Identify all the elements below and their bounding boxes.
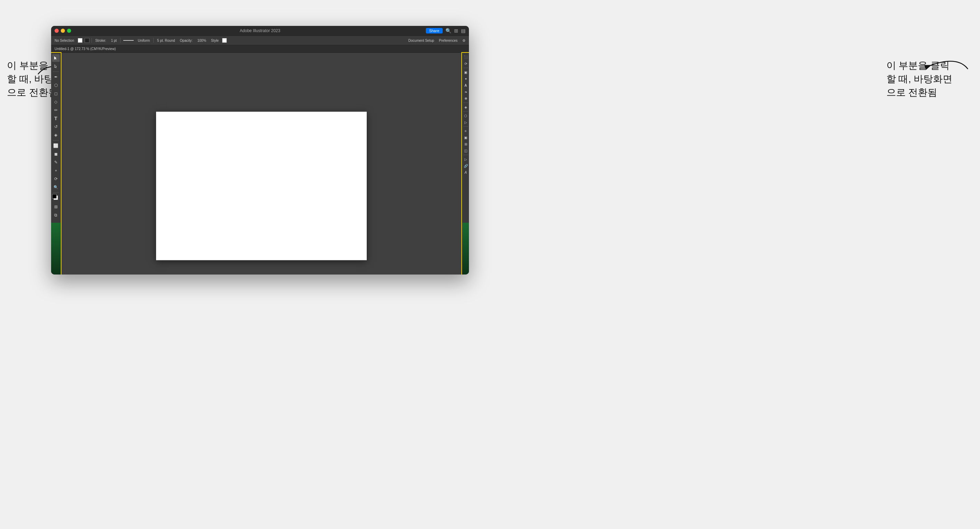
text-btn[interactable]: T [52,114,60,122]
shape-builder-btn[interactable]: ⬡ [52,81,60,89]
share-button[interactable]: Share [426,28,443,33]
search-icon-btn[interactable]: 🔍 [445,28,451,33]
direct-selection-btn[interactable] [52,62,60,70]
gradient-panel-btn[interactable]: ◈ [463,104,469,110]
toolbar: No Selection Stroke: 1 pt Uniform 5 pt. … [51,36,469,45]
annotation-right-arrow [916,48,971,76]
brushes-btn[interactable]: A [463,170,469,175]
sep3 [153,38,154,43]
mesh-btn[interactable]: ⬜ [52,142,60,149]
brush-btn[interactable]: ✎ [52,159,60,166]
selection-tool-btn[interactable] [52,54,60,62]
stroke-preview [123,40,134,41]
canvas-area[interactable] [61,53,462,275]
align-btn[interactable]: ≡ [463,128,469,133]
app-window: Adobe Illustrator 2023 Share 🔍 ⊞ ▤ No Se… [51,26,469,275]
actions-btn[interactable]: ▷ [463,156,469,162]
symbol-btn[interactable]: ⟳ [52,175,60,183]
libraries-btn[interactable]: ⟳ [463,61,469,66]
pencil-btn[interactable]: ✏ [52,106,60,114]
zoom-btn[interactable]: 🔍 [52,183,60,191]
preferences-btn[interactable]: Preferences [438,38,459,43]
style-label: Style [210,38,220,43]
opacity-label: Opacity: [178,38,194,43]
main-layout: ✒ ⬡ ◻ ◇ ✏ T ↺ ◈ ⬜ ◼ ✎ ⚬ ⟳ 🔍 ⊞ ⧉ • • • [51,53,469,275]
minimize-button[interactable] [61,29,65,33]
document-setup-btn[interactable]: Document Setup [407,38,436,43]
appearance-btn[interactable]: ▷ [463,119,469,125]
document-tab[interactable]: Untitled-1 @ 172.73 % (CMYK/Preview) [54,47,116,51]
properties-btn[interactable]: ⬛ [463,54,469,60]
stroke-swatch[interactable] [84,38,89,43]
doc-tab-bar: Untitled-1 @ 172.73 % (CMYK/Preview) [51,45,469,53]
warp-btn[interactable]: ⚬ [52,167,60,175]
opacity-value[interactable]: 100% [196,38,208,43]
right-toolbar: ⬛ ⟳ ▣ ✦ A ❧ ❋ ◈ ⬡ ▷ ≡ ▣ ⊞ ◫ ▷ 🔗 A [462,53,469,275]
rotate-btn[interactable]: ↺ [52,123,60,130]
pathfinder-btn[interactable]: ⊞ [463,141,469,147]
right-sep-1 [463,68,468,68]
title-bar: Adobe Illustrator 2023 Share 🔍 ⊞ ▤ [51,26,469,36]
slice-btn[interactable]: ⧉ [52,211,60,219]
style-swatch[interactable] [222,38,227,43]
no-selection-label: No Selection [53,38,76,43]
fill-swatch[interactable] [78,38,83,43]
stroke-cap-dropdown[interactable]: 5 pt. Round [156,38,177,43]
tool-sep-3 [53,192,59,193]
right-sep-3 [463,111,468,111]
layers-btn[interactable]: ◫ [463,148,469,153]
traffic-lights [54,29,71,33]
blend-btn[interactable]: ◼ [52,150,60,158]
gradient-tool-btn[interactable]: ◈ [52,131,60,139]
stroke-value[interactable]: 1 pt [110,38,118,43]
rectangle-btn[interactable]: ◻ [52,90,60,97]
ellipse-btn[interactable]: ◇ [52,98,60,106]
grid-view-btn[interactable]: ⊞ [454,28,458,33]
pen-tool-btn[interactable]: ✒ [52,73,60,81]
links-btn[interactable]: 🔗 [463,163,469,168]
right-gradient-bar [462,223,469,275]
glyphs-btn[interactable]: ❋ [463,96,469,101]
close-button[interactable] [54,29,59,33]
top-right-controls: Share 🔍 ⊞ ▤ [426,28,466,33]
artboard [156,112,367,261]
tool-sep-2 [53,140,59,141]
artboard-btn[interactable]: ⊞ [52,203,60,211]
more-tools-btn[interactable]: • • • [52,219,60,227]
assets-btn[interactable]: ✦ [463,76,469,81]
arrange-icons[interactable]: ⚙ [461,38,467,43]
app-title: Adobe Illustrator 2023 [240,28,280,33]
left-toolbar: ✒ ⬡ ◻ ◇ ✏ T ↺ ◈ ⬜ ◼ ✎ ⚬ ⟳ 🔍 ⊞ ⧉ • • • [51,53,61,275]
right-sep-5 [463,155,468,155]
right-sep-2 [463,103,468,103]
transform-btn[interactable]: ▣ [463,135,469,140]
cc-libraries-btn[interactable]: ▣ [463,70,469,75]
left-gradient-bar [51,223,60,275]
right-sep-4 [463,126,468,127]
uniform-dropdown[interactable]: Uniform [137,38,151,43]
paragraph-btn[interactable]: ❧ [463,89,469,95]
character-btn[interactable]: A [463,83,469,88]
stroke-label: Stroke: [94,38,108,43]
color-panel-btn[interactable]: ⬡ [463,113,469,118]
sidebar-toggle-btn[interactable]: ▤ [461,28,466,33]
tool-sep-1 [53,71,59,72]
color-swatches[interactable] [52,194,60,202]
sep2 [120,38,121,43]
maximize-button[interactable] [67,29,71,33]
